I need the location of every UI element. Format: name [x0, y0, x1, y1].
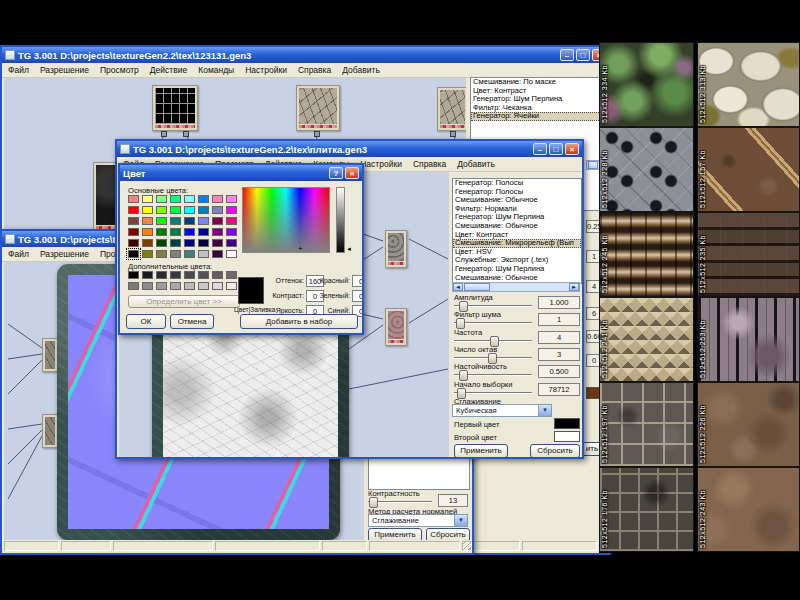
color-swatch[interactable]: [226, 239, 237, 247]
color-swatch[interactable]: [212, 228, 223, 236]
color-swatch[interactable]: [184, 217, 195, 225]
color-swatch[interactable]: [142, 217, 153, 225]
close-button[interactable]: ×: [565, 143, 579, 155]
color-swatch[interactable]: [226, 228, 237, 236]
color-swatch[interactable]: [128, 217, 139, 225]
color-swatch[interactable]: [128, 239, 139, 247]
color-swatch[interactable]: [156, 228, 167, 236]
color-swatch[interactable]: [156, 217, 167, 225]
color-swatch[interactable]: [212, 250, 223, 258]
color-swatch[interactable]: [226, 271, 237, 279]
texture-tile-planks[interactable]: 512x512 235 Kb: [697, 212, 800, 297]
title-bar[interactable]: TG 3.001 D:\projects\textureGen2.2\tex\п…: [117, 141, 582, 157]
color-swatch[interactable]: [184, 239, 195, 247]
color-swatch[interactable]: [142, 250, 153, 258]
color-dialog[interactable]: Цвет ? × Основные цвета: Дополнительные …: [118, 163, 364, 335]
color-swatch[interactable]: [128, 195, 139, 203]
color-swatch[interactable]: [184, 282, 195, 290]
chevron-down-icon[interactable]: ▼: [454, 515, 467, 526]
texture-tile-dirt[interactable]: 512x512 226 Kb: [697, 382, 800, 467]
texture-tile-weave[interactable]: 512x512 241 Kb: [599, 297, 694, 382]
menu-item[interactable]: Файл: [8, 65, 29, 77]
color-swatch[interactable]: [156, 271, 167, 279]
param-value[interactable]: 1.000: [538, 296, 580, 309]
node-pin[interactable]: [161, 131, 167, 137]
define-custom-button[interactable]: Определить цвет >>: [128, 295, 240, 308]
menu-item[interactable]: Файл: [8, 249, 29, 261]
color-swatch[interactable]: [184, 228, 195, 236]
color-swatch[interactable]: [170, 228, 181, 236]
color-swatch[interactable]: [226, 206, 237, 214]
maximize-button[interactable]: □: [549, 143, 563, 155]
first-color-swatch[interactable]: [554, 418, 580, 429]
scroll-left-icon[interactable]: ◄: [453, 283, 463, 291]
color-swatch[interactable]: [170, 217, 181, 225]
color-swatch[interactable]: [226, 195, 237, 203]
param-slider[interactable]: [454, 317, 532, 328]
layer-stack-list[interactable]: Генератор: ПолосыГенератор: ПолосыСмешив…: [452, 178, 582, 284]
add-to-custom-button[interactable]: Добавить в набор: [240, 314, 358, 329]
param-value[interactable]: 4: [538, 331, 580, 344]
close-button[interactable]: ×: [345, 167, 359, 179]
color-swatch[interactable]: [212, 206, 223, 214]
color-swatch[interactable]: [198, 282, 209, 290]
color-swatch[interactable]: [184, 271, 195, 279]
resize-grip[interactable]: [462, 541, 472, 551]
color-swatch[interactable]: [184, 195, 195, 203]
apply-button[interactable]: Применить: [454, 444, 508, 458]
contrast-slider[interactable]: [368, 496, 432, 507]
color-swatch[interactable]: [142, 282, 153, 290]
texture-node[interactable]: [437, 87, 466, 131]
color-swatch[interactable]: [142, 195, 153, 203]
color-swatch[interactable]: [170, 206, 181, 214]
reset-button[interactable]: Сбросить: [530, 444, 580, 458]
normals-method-dropdown[interactable]: Сглаживание ▼: [368, 514, 468, 527]
color-swatch[interactable]: [212, 271, 223, 279]
node-pin[interactable]: [183, 131, 189, 137]
color-swatch[interactable]: [128, 206, 139, 214]
menu-item[interactable]: Добавить: [342, 65, 380, 77]
color-swatch[interactable]: [212, 239, 223, 247]
color-swatch[interactable]: [156, 206, 167, 214]
field-value[interactable]: 0: [352, 275, 364, 287]
color-swatch[interactable]: [128, 250, 139, 258]
scroll-thumb[interactable]: [464, 283, 490, 291]
title-bar[interactable]: Цвет ? ×: [120, 165, 362, 181]
maximize-button[interactable]: □: [576, 49, 590, 61]
param-slider[interactable]: [454, 369, 532, 380]
node-pin[interactable]: [450, 131, 456, 137]
color-swatch[interactable]: [142, 271, 153, 279]
contrast-value[interactable]: 13: [438, 494, 468, 507]
color-swatch[interactable]: [226, 217, 237, 225]
color-swatch[interactable]: [212, 195, 223, 203]
color-swatch[interactable]: [142, 228, 153, 236]
color-swatch[interactable]: [212, 217, 223, 225]
color-swatch[interactable]: [226, 282, 237, 290]
texture-tile-plate[interactable]: 512x512 228 Kb: [599, 127, 694, 212]
param-value[interactable]: 0.500: [538, 365, 580, 378]
texture-tile-rope[interactable]: 512x512 157 Kb: [697, 127, 800, 212]
color-swatch[interactable]: [198, 228, 209, 236]
color-swatch[interactable]: [198, 250, 209, 258]
menu-item[interactable]: Настройки: [360, 159, 402, 171]
color-swatch[interactable]: [170, 195, 181, 203]
color-swatch[interactable]: [170, 250, 181, 258]
color-swatch[interactable]: [198, 195, 209, 203]
color-swatch[interactable]: [198, 239, 209, 247]
menu-item[interactable]: Справка: [298, 65, 331, 77]
layer-item[interactable]: Генератор: Ячейки: [471, 112, 605, 121]
menu-item[interactable]: Справка: [413, 159, 446, 171]
horizontal-scrollbar[interactable]: ◄ ►: [452, 282, 580, 292]
menu-item[interactable]: Просмотр: [100, 65, 139, 77]
color-swatch[interactable]: [142, 239, 153, 247]
color-swatch[interactable]: [184, 206, 195, 214]
minimize-button[interactable]: –: [560, 49, 574, 61]
color-swatch[interactable]: [170, 239, 181, 247]
chevron-down-icon[interactable]: ▼: [538, 405, 551, 416]
color-swatch[interactable]: [128, 282, 139, 290]
color-swatch[interactable]: [198, 206, 209, 214]
texture-node[interactable]: [385, 230, 407, 268]
texture-node[interactable]: [42, 414, 58, 448]
menu-item[interactable]: Команды: [198, 65, 234, 77]
field-value[interactable]: 0: [352, 290, 364, 302]
